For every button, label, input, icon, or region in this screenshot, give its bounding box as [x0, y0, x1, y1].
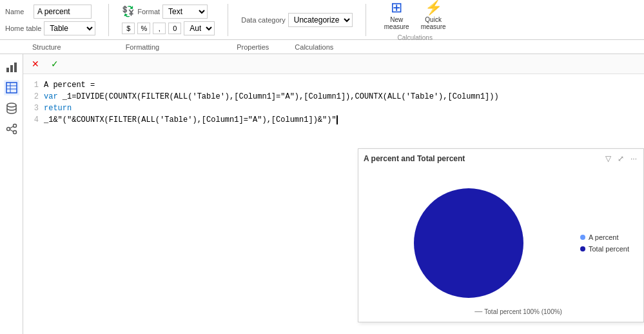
separator-1 — [108, 4, 109, 36]
chart-legend: A percent Total percent — [580, 233, 638, 253]
focus-icon[interactable]: ⤢ — [616, 153, 625, 164]
close-btn[interactable]: ✕ — [28, 57, 43, 71]
data-category-label: Data category — [241, 16, 285, 24]
filter-icon[interactable]: ▽ — [604, 153, 612, 164]
svg-rect-0 — [6, 68, 9, 72]
svg-point-13 — [414, 188, 523, 298]
line-number-4: 4 — [28, 114, 39, 126]
data-category-group: Data category Uncategorized — [241, 13, 352, 27]
format-icon-row: 💱 Format Text Number Percentage — [122, 5, 208, 19]
code-content-3: return — [44, 103, 72, 114]
quick-measure-icon: ⚡ — [425, 0, 442, 16]
separator-3 — [366, 4, 366, 36]
svg-point-8 — [6, 128, 10, 131]
chart-header: A percent and Total percent ▽ ⤢ ··· — [358, 149, 643, 168]
svg-rect-1 — [10, 65, 13, 72]
svg-rect-3 — [6, 83, 17, 93]
structure-label: Structure — [5, 43, 87, 51]
dollar-btn[interactable]: $ — [122, 23, 135, 34]
chart-tooltip: Total percent 100% (100%) — [474, 308, 562, 315]
legend-dot-total-percent — [580, 246, 585, 251]
decimal-btn[interactable]: 0 — [168, 23, 181, 34]
separator-2 — [228, 4, 228, 36]
svg-rect-2 — [14, 63, 17, 72]
legend-label-a-percent: A percent — [589, 233, 618, 241]
line-number-3: 3 — [28, 103, 39, 114]
line-number-2: 2 — [28, 91, 39, 103]
chart-icons: ▽ ⤢ ··· — [604, 153, 638, 164]
percent-btn[interactable]: % — [137, 23, 150, 34]
comma-btn[interactable]: , — [153, 23, 166, 34]
svg-point-7 — [7, 103, 16, 107]
sidebar-icon-model[interactable] — [4, 121, 19, 137]
calculations-section: ⊞ Newmeasure ⚡ Quickmeasure Calculations — [379, 0, 451, 41]
tooltip-text: Total percent 100% (100%) — [484, 308, 562, 315]
new-measure-label: Newmeasure — [384, 16, 409, 30]
pie-chart — [404, 179, 533, 308]
format-select[interactable]: Text Number Percentage — [162, 5, 208, 19]
code-line-3: 3 return — [28, 103, 639, 114]
sidebar-icon-data[interactable] — [4, 101, 19, 116]
pie-wrapper — [364, 179, 574, 308]
subheader: Structure Formatting Properties Calculat… — [0, 40, 644, 54]
code-line-1: 1 A percent = — [28, 79, 639, 91]
check-btn[interactable]: ✓ — [48, 57, 62, 71]
format-group: 💱 Format Text Number Percentage $ % , 0 … — [122, 5, 215, 35]
name-group: Name Home table Table — [5, 5, 95, 35]
name-label: Name — [5, 8, 31, 15]
calculations-buttons: ⊞ Newmeasure ⚡ Quickmeasure — [379, 0, 451, 32]
line-number-1: 1 — [28, 79, 39, 91]
legend-label-total-percent: Total percent — [589, 245, 629, 253]
legend-item-total-percent: Total percent — [580, 245, 638, 253]
home-table-row: Home table Table — [5, 21, 95, 35]
code-line-2: 2 var _1=DIVIDE(COUNTX(FILTER(ALL('Table… — [28, 91, 639, 103]
code-content-1: A percent = — [44, 79, 95, 91]
format-label: Format — [137, 8, 160, 15]
code-line-4: 4 _1&"("&COUNTX(FILTER(ALL('Table'),[Col… — [28, 114, 639, 126]
more-icon[interactable]: ··· — [629, 153, 638, 164]
chart-title: A percent and Total percent — [364, 154, 465, 163]
formatting-label: Formatting — [87, 43, 186, 51]
ribbon: Name Home table Table 💱 Format Text Numb… — [0, 0, 644, 40]
legend-item-a-percent: A percent — [580, 233, 638, 241]
sidebar-icon-table[interactable] — [4, 80, 19, 95]
name-input[interactable] — [34, 5, 92, 19]
new-measure-btn[interactable]: ⊞ Newmeasure — [379, 0, 415, 32]
auto-select[interactable]: Auto — [184, 21, 215, 35]
sidebar — [0, 54, 23, 334]
svg-point-10 — [13, 131, 16, 134]
chart-body: A percent Total percent — [358, 168, 643, 318]
svg-line-11 — [10, 126, 13, 128]
svg-line-12 — [10, 130, 13, 132]
chart-container: A percent and Total percent ▽ ⤢ ··· A pe… — [358, 148, 644, 322]
svg-point-9 — [13, 124, 16, 128]
code-content-4: _1&"("&COUNTX(FILTER(ALL('Table'),[Colum… — [44, 114, 342, 126]
name-row: Name — [5, 5, 92, 19]
editor-toolbar: ✕ ✓ — [23, 54, 644, 74]
calculations-sub-label: Calculations — [295, 43, 359, 51]
quick-measure-btn[interactable]: ⚡ Quickmeasure — [416, 0, 451, 32]
data-category-select[interactable]: Uncategorized — [288, 13, 353, 27]
home-table-select[interactable]: Table — [44, 21, 95, 35]
calculations-label: Calculations — [397, 34, 432, 41]
tooltip-line — [474, 311, 482, 312]
quick-measure-label: Quickmeasure — [421, 16, 446, 30]
format-buttons-row: $ % , 0 Auto — [122, 21, 215, 35]
new-measure-icon: ⊞ — [391, 0, 402, 16]
home-table-label: Home table — [5, 25, 41, 32]
sidebar-icon-chart[interactable] — [4, 59, 19, 75]
legend-dot-a-percent — [580, 235, 585, 240]
format-icon: 💱 — [122, 5, 135, 17]
code-content-2: var _1=DIVIDE(COUNTX(FILTER(ALL('Table')… — [44, 91, 499, 103]
properties-label: Properties — [185, 43, 295, 51]
data-category-row: Data category Uncategorized — [241, 13, 352, 27]
